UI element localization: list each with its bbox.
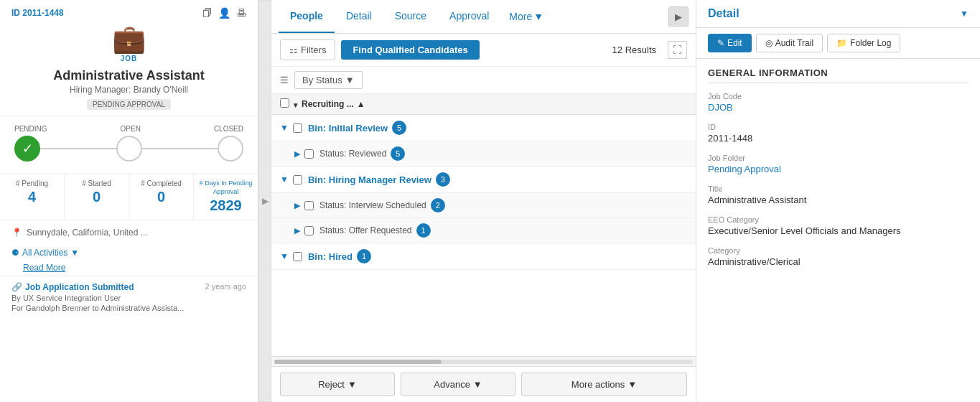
location-text: Sunnydale, California, United ... (27, 228, 148, 238)
expand-table-icon[interactable]: ⛶ (668, 41, 687, 59)
bin-hiring-expand[interactable]: ▼ (280, 174, 289, 184)
field-id: ID 2011-1448 (708, 123, 969, 144)
bin-initial-expand[interactable]: ▼ (280, 123, 289, 133)
status-interview-count: 2 (431, 198, 445, 212)
col-sort-icon[interactable]: ▲ (357, 99, 365, 109)
status-interview-expand[interactable]: ▶ (294, 201, 300, 210)
stat-pending-value: 4 (3, 189, 61, 205)
status-reviewed-expand[interactable]: ▶ (294, 149, 300, 159)
field-eeo-value: Executive/Senior Level Officials and Man… (708, 225, 969, 236)
find-candidates-button[interactable]: Find Qualified Candidates (341, 40, 479, 60)
status-interview-name: Status: Interview Scheduled (319, 200, 426, 210)
col-recruiting: Recruiting ... ▲ (302, 99, 687, 109)
group-by-button[interactable]: By Status ▼ (294, 71, 363, 89)
field-job-folder-value[interactable]: Pending Approval (708, 164, 969, 174)
copy-icon[interactable]: 🗍 (202, 7, 213, 19)
table-header: ▼ Recruiting ... ▲ (271, 94, 696, 115)
tab-more-chevron: ▼ (533, 11, 543, 22)
tab-source[interactable]: Source (383, 0, 438, 33)
status-row-interview[interactable]: ▶ Status: Interview Scheduled 2 (271, 193, 696, 218)
right-content: GENERAL INFORMATION Job Code DJOB ID 201… (696, 59, 980, 402)
detail-chevron-icon[interactable]: ▼ (960, 9, 969, 19)
status-reviewed-checkbox[interactable] (304, 149, 314, 159)
tab-bar: People Detail Source Approval More ▼ ▶ (271, 0, 696, 34)
bin-row-hiring-manager[interactable]: ▼ Bin: Hiring Manager Review 3 (271, 167, 696, 193)
stat-days-label: # Days In Pending Approval (197, 179, 255, 196)
field-category-value: Administrative/Clerical (708, 256, 969, 267)
email-icon[interactable]: 👤 (218, 7, 230, 19)
horizontal-scrollbar[interactable] (271, 356, 696, 366)
activities-row[interactable]: ⚈ All Activities ▼ (0, 245, 258, 262)
bin-hired-expand[interactable]: ▼ (280, 251, 289, 261)
more-actions-label: More actions (571, 379, 625, 390)
job-id: ID 2011-1448 (11, 8, 64, 18)
bin-initial-checkbox[interactable] (293, 123, 302, 133)
bin-row-initial-review[interactable]: ▼ Bin: Initial Review 5 (271, 115, 696, 141)
activity-item: 🔗 Job Application Submitted 2 years ago … (11, 282, 246, 312)
advance-chevron: ▼ (473, 379, 482, 390)
field-eeo: EEO Category Executive/Senior Level Offi… (708, 215, 969, 236)
status-interview-checkbox[interactable] (304, 201, 314, 210)
read-more-link[interactable]: Read More (11, 263, 77, 277)
audit-icon: ◎ (765, 38, 773, 48)
scrollbar-thumb (274, 360, 442, 364)
list-icon: ☰ (280, 75, 289, 85)
more-actions-button[interactable]: More actions ▼ (521, 373, 687, 396)
action-bar: Reject ▼ Advance ▼ More actions ▼ (271, 366, 696, 402)
select-all-checkbox[interactable] (280, 98, 289, 108)
status-offer-checkbox[interactable] (304, 226, 314, 235)
filter-icon: ⚈ (11, 248, 19, 258)
tab-people[interactable]: People (279, 0, 335, 33)
bin-hired-checkbox[interactable] (293, 252, 302, 261)
status-badge: PENDING APPROVAL (87, 99, 171, 110)
print-icon[interactable]: 🖶 (236, 7, 246, 19)
stat-days: # Days In Pending Approval 2829 (194, 174, 258, 220)
tab-detail[interactable]: Detail (335, 0, 383, 33)
stat-started: # Started 0 (65, 174, 129, 220)
group-bar: ☰ By Status ▼ (271, 67, 696, 94)
activities-chevron: ▼ (70, 248, 79, 258)
stat-days-value: 2829 (197, 197, 255, 214)
tab-next-btn[interactable]: ▶ (668, 6, 689, 27)
activities-label: All Activities (22, 248, 67, 258)
table-area: ▼ Recruiting ... ▲ ▼ Bin: Initial Review… (271, 94, 696, 356)
status-reviewed-name: Status: Reviewed (319, 149, 386, 159)
filter-button[interactable]: ⚏ Filters (280, 39, 335, 60)
group-by-chevron: ▼ (345, 75, 355, 85)
edit-button[interactable]: ✎ Edit (708, 34, 752, 52)
expand-arrow-btn[interactable]: ▶ (258, 0, 271, 402)
reject-button[interactable]: Reject ▼ (280, 373, 395, 396)
track-label-pending: PENDING (14, 125, 47, 133)
folder-label: Folder Log (850, 38, 891, 48)
activity-title-row: 🔗 Job Application Submitted 2 years ago (11, 282, 246, 292)
field-id-label: ID (708, 123, 969, 131)
field-title-label: Title (708, 184, 969, 193)
advance-button[interactable]: Advance ▼ (401, 373, 515, 396)
bin-hired-count: 1 (357, 249, 371, 263)
track-circle-pending: ✓ (14, 136, 40, 162)
field-title-value: Administrative Assistant (708, 195, 969, 205)
field-job-code-label: Job Code (708, 92, 969, 100)
advance-label: Advance (434, 379, 470, 390)
right-header: Detail ▼ (696, 0, 980, 28)
col-recruiting-label: Recruiting ... (302, 99, 354, 109)
status-offer-expand[interactable]: ▶ (294, 226, 300, 235)
scrollbar-track (274, 360, 693, 364)
header-chevron[interactable]: ▼ (292, 101, 299, 109)
status-row-offer[interactable]: ▶ Status: Offer Requested 1 (271, 218, 696, 243)
field-job-folder: Job Folder Pending Approval (708, 154, 969, 174)
status-track: PENDING OPEN CLOSED ✓ (0, 116, 258, 167)
field-job-code-value[interactable]: DJOB (708, 102, 969, 113)
stat-completed-label: # Completed (132, 179, 190, 187)
reject-label: Reject (318, 379, 345, 390)
tab-more[interactable]: More ▼ (500, 1, 552, 32)
bin-row-hired[interactable]: ▼ Bin: Hired 1 (271, 243, 696, 270)
folder-log-button[interactable]: 📁 Folder Log (827, 34, 900, 52)
status-row-reviewed[interactable]: ▶ Status: Reviewed 5 (271, 141, 696, 167)
stat-pending-label: # Pending (3, 179, 61, 187)
activity-name: 🔗 Job Application Submitted (11, 282, 134, 292)
audit-trail-button[interactable]: ◎ Audit Trail (756, 34, 823, 52)
status-offer-name: Status: Offer Requested (319, 225, 412, 235)
bin-hiring-checkbox[interactable] (293, 175, 302, 184)
tab-approval[interactable]: Approval (438, 0, 500, 33)
